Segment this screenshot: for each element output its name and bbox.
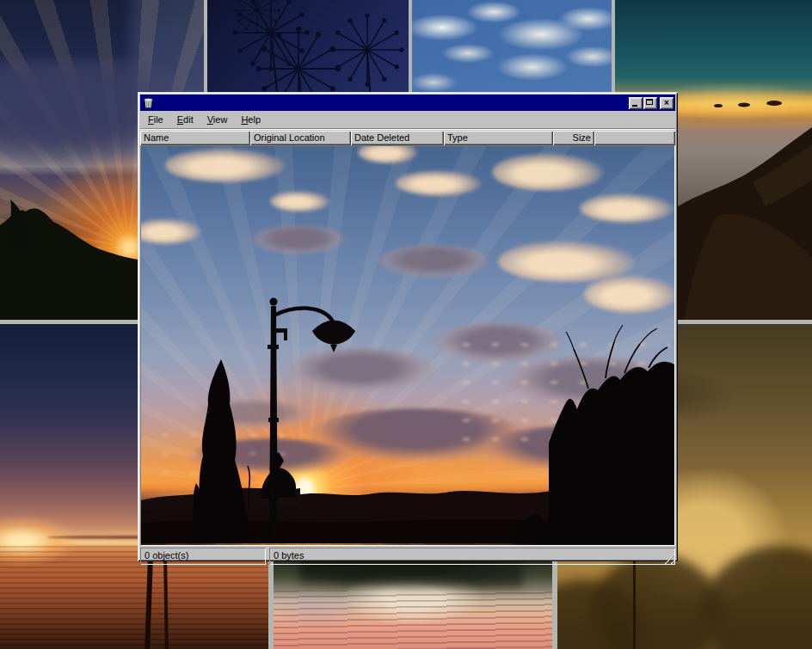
column-header-original-location[interactable]: Original Location xyxy=(250,131,351,145)
blur-tree-decoration xyxy=(704,546,812,649)
column-header-row: Name Original Location Date Deleted Type… xyxy=(140,131,675,145)
status-byte-count: 0 bytes xyxy=(269,548,675,565)
lamp-head xyxy=(312,321,355,346)
menu-view[interactable]: View xyxy=(200,113,235,127)
lamp-finial xyxy=(270,298,278,306)
minimize-icon xyxy=(632,105,637,107)
recycle-bin-window: × File Edit View Help Name Original Loca… xyxy=(138,92,678,561)
tree-wisps xyxy=(566,325,657,349)
pole-collar xyxy=(268,418,279,422)
close-icon: × xyxy=(664,99,669,107)
column-header-empty[interactable] xyxy=(594,131,675,145)
lamp-tip xyxy=(330,345,337,352)
lamp-bracket xyxy=(284,328,287,340)
file-list-area[interactable] xyxy=(140,145,675,546)
water-ripples-decoration xyxy=(274,591,552,649)
column-header-size[interactable]: Size xyxy=(553,131,594,145)
title-bar[interactable]: × xyxy=(140,95,675,111)
silhouettes-layer xyxy=(141,146,674,543)
lamp-pole xyxy=(269,306,278,543)
menu-bar: File Edit View Help xyxy=(140,111,675,129)
menu-file[interactable]: File xyxy=(141,113,170,127)
column-header-date-deleted[interactable]: Date Deleted xyxy=(351,131,444,145)
close-button[interactable]: × xyxy=(660,97,674,109)
bush-silhouette xyxy=(261,468,296,499)
column-header-type[interactable]: Type xyxy=(444,131,553,145)
recycle-bin-window-icon[interactable] xyxy=(142,97,155,109)
sunset-photo xyxy=(141,146,674,545)
menu-edit[interactable]: Edit xyxy=(170,113,200,127)
status-bar: 0 object(s) 0 bytes xyxy=(140,548,675,565)
status-object-count: 0 object(s) xyxy=(140,548,266,565)
maximize-button[interactable] xyxy=(643,97,657,109)
maximize-icon xyxy=(646,99,653,105)
desktop: { "window": { "title": "", "menu": ["Fil… xyxy=(0,0,812,649)
cypress-tree-silhouette xyxy=(198,359,250,543)
right-tree-mass xyxy=(549,362,674,543)
column-header-name[interactable]: Name xyxy=(140,131,250,145)
minimize-button[interactable] xyxy=(629,97,643,109)
menu-help[interactable]: Help xyxy=(234,113,268,127)
pole-collar xyxy=(268,345,279,349)
